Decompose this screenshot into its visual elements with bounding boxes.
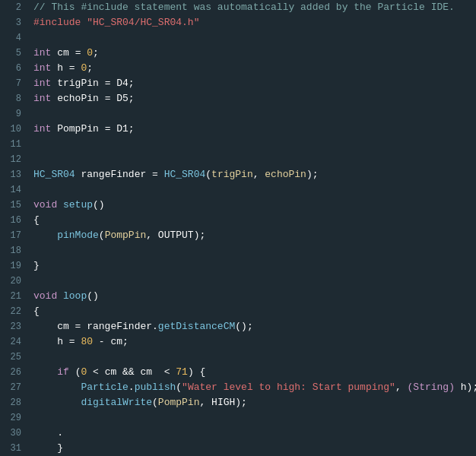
line-number: 25 bbox=[0, 350, 21, 365]
code-token: (); bbox=[235, 321, 252, 332]
code-token: && bbox=[116, 366, 140, 378]
code-token: ; bbox=[122, 336, 129, 347]
code-line: digitalWrite(PompPin, HIGH); bbox=[33, 395, 476, 410]
code-token bbox=[33, 382, 81, 393]
code-token: echoPin bbox=[57, 93, 104, 104]
line-number: 20 bbox=[0, 274, 21, 289]
code-editor: 2345678910111213141516171819202122232425… bbox=[0, 0, 476, 456]
line-number: 21 bbox=[0, 289, 21, 304]
code-token: ( bbox=[205, 169, 211, 180]
code-token: = bbox=[69, 336, 81, 347]
code-line: h = 80 - cm; bbox=[33, 334, 476, 350]
code-token: = bbox=[105, 78, 117, 89]
code-token: - bbox=[93, 336, 110, 347]
code-token: h bbox=[33, 336, 69, 347]
code-token: D5 bbox=[116, 93, 129, 104]
code-token: PompPin bbox=[158, 397, 200, 408]
code-token: . bbox=[152, 321, 158, 332]
code-line bbox=[33, 106, 476, 122]
code-token: int bbox=[33, 62, 57, 74]
line-number: 31 bbox=[0, 441, 21, 456]
code-token: HC_SR04 bbox=[164, 169, 206, 180]
code-token: trigPin bbox=[57, 78, 104, 89]
code-token: ; bbox=[129, 93, 135, 104]
code-token: = bbox=[105, 93, 117, 104]
code-token: loop bbox=[63, 290, 87, 302]
code-token bbox=[33, 366, 57, 378]
code-token bbox=[33, 230, 57, 241]
code-token: h bbox=[57, 62, 69, 74]
code-token: h bbox=[461, 382, 467, 393]
code-token: } bbox=[33, 260, 40, 271]
code-line: . bbox=[33, 426, 476, 441]
line-number: 18 bbox=[0, 243, 21, 258]
code-token: = bbox=[105, 123, 117, 135]
code-line bbox=[33, 182, 476, 198]
line-number: 30 bbox=[0, 426, 21, 441]
line-number: 29 bbox=[0, 410, 21, 426]
code-line bbox=[33, 410, 476, 426]
code-line bbox=[33, 243, 476, 258]
code-token: pinMode bbox=[57, 230, 99, 241]
code-token: , bbox=[395, 382, 408, 393]
code-token: cm bbox=[57, 47, 75, 59]
code-line: Particle.publish("Water level to high: S… bbox=[33, 380, 476, 395]
line-number: 2 bbox=[0, 0, 21, 15]
code-token: ); bbox=[194, 230, 206, 241]
code-line: void setup() bbox=[33, 198, 476, 213]
code-token: 80 bbox=[81, 336, 93, 347]
code-token: cm bbox=[140, 366, 152, 378]
code-line: #include "HC_SR04/HC_SR04.h" bbox=[33, 15, 476, 30]
code-line: pinMode(PompPin, OUTPUT); bbox=[33, 228, 476, 243]
code-token: #include bbox=[33, 17, 87, 28]
code-token: 0 bbox=[87, 47, 93, 59]
code-line bbox=[33, 152, 476, 167]
code-line: cm = rangeFinder.getDistanceCM(); bbox=[33, 319, 476, 334]
code-line: int PompPin = D1; bbox=[33, 122, 476, 137]
line-number: 8 bbox=[0, 91, 21, 106]
code-token: ( bbox=[99, 230, 105, 241]
code-token: "HC_SR04/HC_SR04.h" bbox=[87, 17, 199, 28]
code-token: void bbox=[33, 199, 63, 211]
code-token: } bbox=[33, 442, 63, 454]
code-token: // This #include statement was automatic… bbox=[33, 2, 455, 13]
code-line bbox=[33, 30, 476, 46]
line-number: 13 bbox=[0, 167, 21, 182]
code-token: , bbox=[253, 169, 265, 180]
line-number: 27 bbox=[0, 380, 21, 395]
line-number: 24 bbox=[0, 334, 21, 350]
code-token: PompPin bbox=[105, 230, 147, 241]
code-line bbox=[33, 350, 476, 365]
code-token: . bbox=[57, 427, 63, 439]
code-token: int bbox=[33, 78, 57, 89]
code-token: digitalWrite bbox=[81, 397, 152, 408]
code-token: void bbox=[33, 290, 63, 302]
code-token: = bbox=[75, 47, 87, 59]
code-token: trigPin bbox=[211, 169, 253, 180]
line-number: 19 bbox=[0, 258, 21, 274]
line-number: 3 bbox=[0, 15, 21, 30]
code-line: if (0 < cm && cm < 71) { bbox=[33, 365, 476, 380]
line-number: 12 bbox=[0, 152, 21, 167]
line-number: 14 bbox=[0, 182, 21, 198]
code-token: 71 bbox=[176, 366, 188, 378]
line-number: 17 bbox=[0, 228, 21, 243]
line-number: 6 bbox=[0, 61, 21, 76]
line-number: 11 bbox=[0, 137, 21, 152]
code-token: () bbox=[87, 290, 99, 302]
code-token: ; bbox=[129, 78, 135, 89]
code-token: ; bbox=[93, 47, 99, 59]
code-token: = bbox=[75, 321, 87, 332]
code-token: ; bbox=[129, 123, 135, 135]
code-token: { bbox=[33, 306, 40, 317]
code-line: } bbox=[33, 258, 476, 274]
code-token: ( bbox=[176, 382, 182, 393]
code-token: (String) bbox=[408, 382, 461, 393]
code-token: OUTPUT bbox=[158, 230, 194, 241]
code-token: if bbox=[57, 366, 75, 378]
line-number: 26 bbox=[0, 365, 21, 380]
code-token: = bbox=[152, 169, 164, 180]
line-number: 4 bbox=[0, 30, 21, 46]
code-token: int bbox=[33, 93, 57, 104]
code-token: ; bbox=[87, 62, 93, 74]
